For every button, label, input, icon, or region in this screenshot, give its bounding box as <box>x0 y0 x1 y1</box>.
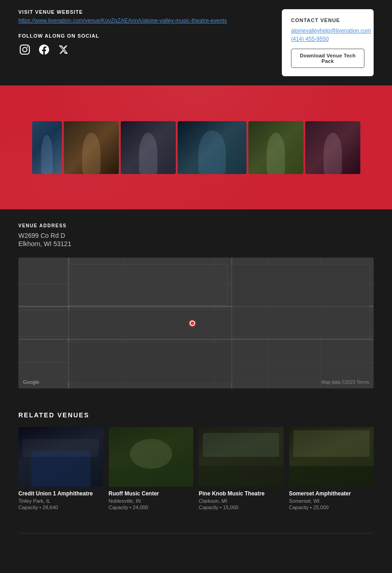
venue-thumb-4 <box>289 427 374 487</box>
concert-photo-4 <box>178 121 246 174</box>
map-container[interactable]: Google Map data ©2023 Terms <box>18 258 374 388</box>
venue-city-4: Somerset, WI <box>289 498 374 504</box>
concert-photo-2 <box>64 121 119 174</box>
venue-city-1: Tinley Park, IL <box>18 498 103 504</box>
venue-url-link[interactable]: https://www.livenation.com/venue/KovZpZA… <box>18 17 282 24</box>
contact-card-title: CONTACT VENUE <box>291 17 364 23</box>
related-venues-title: RELATED VENUES <box>18 411 374 419</box>
download-tech-pack-button[interactable]: Download Venue Tech Pack <box>291 49 364 68</box>
venue-name-4: Somerset Amphitheater <box>289 490 374 497</box>
venue-card-1[interactable]: Credit Union 1 Amphitheatre Tinley Park,… <box>18 427 103 510</box>
top-section: VISIT VENUE WEBSITE https://www.livenati… <box>0 0 392 85</box>
map-pin <box>190 320 195 326</box>
address-section: VENUE ADDRESS W2699 Co Rd D Elkhorn, WI … <box>0 209 392 258</box>
map-block <box>231 340 370 382</box>
venue-name-3: Pine Knob Music Theatre <box>199 490 284 497</box>
map-terms-label: Map data ©2023 Terms <box>321 380 369 385</box>
map-block <box>231 264 370 338</box>
bottom-divider <box>18 533 374 534</box>
map-block <box>68 310 231 339</box>
instagram-icon[interactable] <box>18 43 31 56</box>
venue-capacity-3: Capacity • 15,000 <box>199 505 284 510</box>
concert-photo-6 <box>305 121 360 174</box>
contact-card: CONTACT VENUE alpinevalleyhelp@livenatio… <box>282 9 374 76</box>
concert-photo-5 <box>248 121 303 174</box>
related-venues-section: RELATED VENUES Credit Union 1 Amphitheat… <box>0 402 392 524</box>
venue-city-3: Clarkson, MI <box>199 498 284 504</box>
photo-banner <box>0 85 392 209</box>
venue-thumb-3 <box>199 427 284 487</box>
map-block <box>68 343 231 382</box>
contact-email-link[interactable]: alpinevalleyhelp@livenation.com <box>291 28 364 34</box>
left-info: VISIT VENUE WEBSITE https://www.livenati… <box>18 9 282 56</box>
map-background: Google Map data ©2023 Terms <box>18 258 374 388</box>
venue-card-2[interactable]: Ruoff Music Center Noblesville, IN Capac… <box>109 427 194 510</box>
concert-photo-1 <box>32 121 62 174</box>
map-block <box>68 264 228 306</box>
venue-capacity-2: Capacity • 24,000 <box>109 505 194 510</box>
follow-label: FOLLOW ALONG ON SOCIAL <box>18 33 282 39</box>
venue-name-2: Ruoff Music Center <box>109 490 194 497</box>
venue-capacity-1: Capacity • 28,640 <box>18 505 103 510</box>
map-road <box>18 339 374 340</box>
map-google-label: Google <box>23 379 39 385</box>
facebook-icon[interactable] <box>38 43 50 56</box>
venue-name-1: Credit Union 1 Amphitheatre <box>18 490 103 497</box>
venue-thumb-1 <box>18 427 103 487</box>
contact-phone-link[interactable]: (414) 455-9550 <box>291 36 364 42</box>
address-line1: W2699 Co Rd D <box>18 232 374 239</box>
photo-strip <box>0 120 392 175</box>
venue-capacity-4: Capacity • 25,000 <box>289 505 374 510</box>
visit-label: VISIT VENUE WEBSITE <box>18 9 282 15</box>
venue-card-3[interactable]: Pine Knob Music Theatre Clarkson, MI Cap… <box>199 427 284 510</box>
related-venues-grid: Credit Union 1 Amphitheatre Tinley Park,… <box>18 427 374 510</box>
venue-thumb-2 <box>109 427 194 487</box>
venue-city-2: Noblesville, IN <box>109 498 194 504</box>
social-icons-container <box>18 43 282 56</box>
concert-photo-3 <box>121 121 176 174</box>
address-line2: Elkhorn, WI 53121 <box>18 240 374 247</box>
address-label: VENUE ADDRESS <box>18 223 374 228</box>
twitter-icon[interactable] <box>57 43 70 56</box>
venue-card-4[interactable]: Somerset Amphitheater Somerset, WI Capac… <box>289 427 374 510</box>
